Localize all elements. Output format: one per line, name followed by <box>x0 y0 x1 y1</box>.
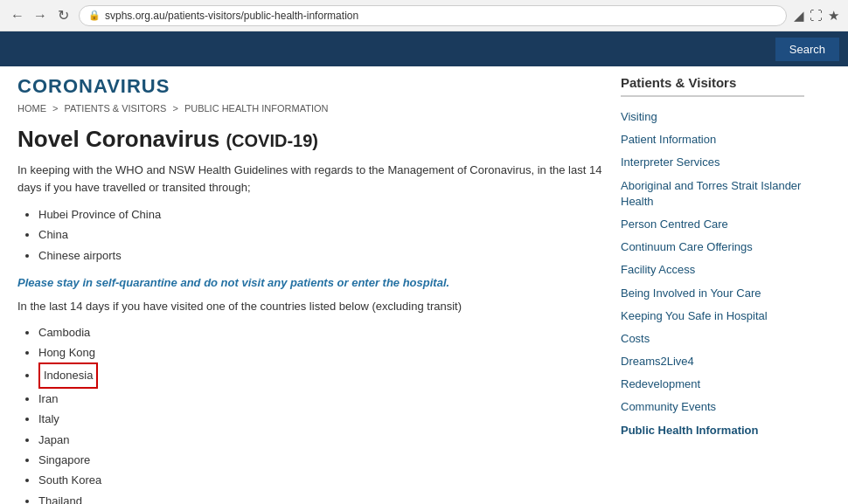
url-text: svphs.org.au/patients-visitors/public-he… <box>105 10 358 22</box>
list-item: China <box>38 224 603 245</box>
sidebar-link-11[interactable]: Redevelopment <box>621 373 804 396</box>
browser-bar: ← → ↻ 🔒 svphs.org.au/patients-visitors/p… <box>0 0 848 31</box>
sidebar-links: VisitingPatient InformationInterpreter S… <box>621 106 804 442</box>
sidebar-link-7[interactable]: Being Involved in Your Care <box>621 282 804 305</box>
sidebar: Patients & Visitors VisitingPatient Info… <box>621 75 804 504</box>
sidebar-link-0[interactable]: Visiting <box>621 106 804 128</box>
breadcrumb-sep1: > <box>52 103 58 114</box>
screenshot-icon[interactable]: ⛶ <box>810 8 823 24</box>
sidebar-link-8[interactable]: Keeping You Safe in Hospital <box>621 305 804 328</box>
page-container: CORONAVIRUS HOME > PATIENTS & VISITORS >… <box>0 66 848 504</box>
covid-label: (COVID-19) <box>226 131 318 150</box>
list-item-italy: Italy <box>38 409 603 429</box>
sidebar-link-1[interactable]: Patient Information <box>621 128 804 151</box>
list-item-indonesia: Indonesia <box>38 362 603 388</box>
breadcrumb: HOME > PATIENTS & VISITORS > PUBLIC HEAL… <box>17 103 603 114</box>
main-content: CORONAVIRUS HOME > PATIENTS & VISITORS >… <box>17 75 603 504</box>
back-button[interactable]: ← <box>9 7 26 24</box>
list-item-japan: Japan <box>38 430 603 450</box>
list-item-hongkong: Hong Kong <box>38 342 603 362</box>
highlighted-country: Indonesia <box>38 362 98 388</box>
cast-icon[interactable]: ◢ <box>794 8 804 24</box>
sidebar-title: Patients & Visitors <box>621 75 804 97</box>
site-title: CORONAVIRUS <box>17 75 603 98</box>
breadcrumb-current[interactable]: PUBLIC HEALTH INFORMATION <box>184 103 329 114</box>
page-heading: Novel Coronavirus (COVID-19) <box>17 126 603 153</box>
sidebar-link-10[interactable]: Dreams2Live4 <box>621 350 804 373</box>
sidebar-link-12[interactable]: Community Events <box>621 396 804 418</box>
breadcrumb-sep2: > <box>172 103 177 114</box>
sidebar-link-4[interactable]: Person Centred Care <box>621 213 804 236</box>
header-search-button[interactable]: Search <box>775 38 839 61</box>
page-title-text: Novel Coronavirus <box>17 126 219 152</box>
sidebar-link-6[interactable]: Facility Access <box>621 259 804 281</box>
breadcrumb-patients[interactable]: PATIENTS & VISITORS <box>65 103 167 114</box>
list-item: Chinese airports <box>38 245 603 266</box>
reload-button[interactable]: ↻ <box>54 7 72 24</box>
list-item-iran: Iran <box>38 389 603 409</box>
country-list: Cambodia Hong Kong Indonesia Iran Italy … <box>17 322 603 504</box>
sidebar-link-5[interactable]: Continuum Care Offerings <box>621 236 804 259</box>
sidebar-link-3[interactable]: Aboriginal and Torres Strait Islander He… <box>621 175 804 213</box>
browser-controls: ← → ↻ <box>9 7 72 24</box>
china-list: Hubei Province of China China Chinese ai… <box>17 204 603 266</box>
sidebar-link-2[interactable]: Interpreter Services <box>621 151 804 174</box>
bookmark-icon[interactable]: ★ <box>828 8 839 24</box>
browser-actions: ◢ ⛶ ★ <box>794 8 839 24</box>
forward-button[interactable]: → <box>31 7 49 24</box>
list-item: Hubei Province of China <box>38 204 603 224</box>
site-header: Search <box>0 31 848 66</box>
sidebar-link-13[interactable]: Public Health Information <box>621 419 804 442</box>
lock-icon: 🔒 <box>88 10 101 21</box>
warning-text: Please stay in self-quarantine and do no… <box>17 276 603 289</box>
sub-text: In the last 14 days if you have visited … <box>17 298 603 315</box>
address-bar[interactable]: 🔒 svphs.org.au/patients-visitors/public-… <box>79 5 787 26</box>
list-item-southkorea: South Korea <box>38 470 603 490</box>
sidebar-link-9[interactable]: Costs <box>621 328 804 350</box>
list-item-singapore: Singapore <box>38 450 603 470</box>
intro-text: In keeping with the WHO and NSW Health G… <box>17 162 603 196</box>
list-item-cambodia: Cambodia <box>38 322 603 342</box>
breadcrumb-home[interactable]: HOME <box>17 103 46 114</box>
list-item-thailand: Thailand <box>38 491 603 504</box>
